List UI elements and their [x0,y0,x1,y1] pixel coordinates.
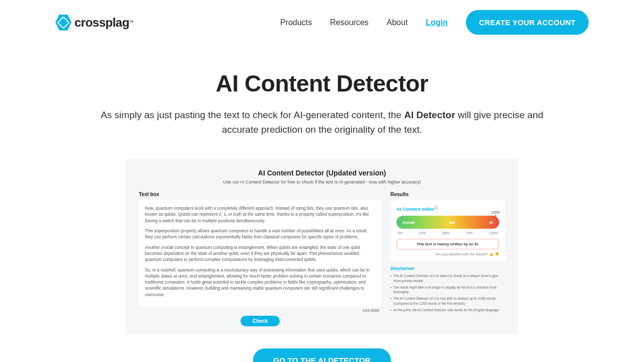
feedback-prompt[interactable]: Are you satisfied with the results? 👍 👎 [396,252,499,256]
create-account-button[interactable]: CREATE YOUR ACCOUNT [466,10,589,35]
textbox-content[interactable]: Now, quantum computers work with a compl… [139,200,381,307]
page-title: AI Content Detector [50,70,594,97]
results-label: Results [390,192,505,197]
textbox-label: Text box [139,192,381,197]
logo-icon [55,15,71,31]
ss-results-panel: Results AI Content Indexⓘ 100% Human Mix… [390,192,505,326]
disclaimer-section: Disclaimer The AI Content Detector v2.0 … [390,265,505,312]
ss-title: AI Content Detector (Updated version) [139,169,505,177]
char-counter: 234/3000 [139,308,381,313]
ss-textbox-panel: Text box Now, quantum computers work wit… [139,192,381,326]
gauge: Human Mix AI [396,216,499,229]
logo-text: crossplag™ [74,16,134,30]
bottom-cta-section: GO TO THE AI DETECTOR [0,348,644,362]
nav-products[interactable]: Products [280,18,312,27]
gauge-scale: 0%25%50%75%100% [396,231,499,235]
results-card: AI Content Indexⓘ 100% Human Mix AI 0%25… [390,200,505,261]
ss-subtitle: Use our AI Content Detector for free to … [139,179,505,185]
disclaimer-label: Disclaimer [390,265,505,271]
ai-content-index-label: AI Content Indexⓘ [396,205,499,212]
hero-section: AI Content Detector As simply as just pa… [0,45,644,147]
check-button[interactable]: Check [240,316,280,326]
nav-about[interactable]: About [387,18,408,27]
nav-resources[interactable]: Resources [330,18,368,27]
main-nav: Products Resources About Login CREATE YO… [280,10,589,35]
nav-login[interactable]: Login [426,18,448,27]
site-header: crossplag™ Products Resources About Logi… [0,0,644,45]
go-to-detector-button[interactable]: GO TO THE AI DETECTOR [253,348,391,362]
verdict-box: This text is mainly written by an AI. [396,239,499,249]
logo[interactable]: crossplag™ [55,15,134,31]
product-screenshot: AI Content Detector (Updated version) Us… [126,159,518,335]
page-subtitle: As simply as just pasting the text to ch… [96,108,548,137]
